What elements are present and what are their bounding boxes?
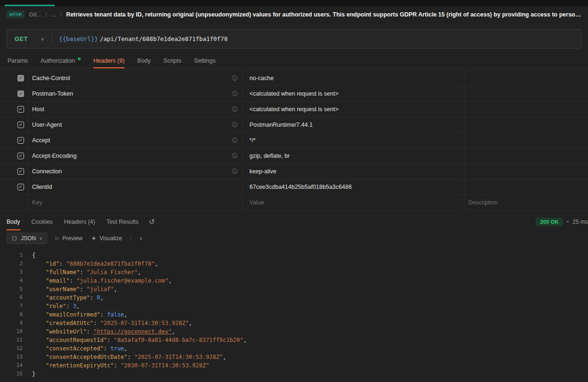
format-label: JSON [21,235,36,242]
json-token: "emailConfirmed" [46,311,100,318]
header-description-cell[interactable] [464,102,588,117]
line-number: 13 [0,353,23,361]
header-description-cell[interactable] [464,148,588,163]
header-value[interactable]: PostmanRuntime/7.44.1 [249,122,313,128]
active-tab-indicator [5,5,55,6]
header-description-cell[interactable] [464,133,588,148]
json-token: { [32,252,35,259]
header-key[interactable]: Accept-Encoding [32,153,77,159]
response-tab-cookies[interactable]: Cookies [32,213,53,230]
header-value-cell: gzip, deflate, br [243,148,464,163]
response-tab-headers-4[interactable]: Headers (4) [64,213,95,230]
header-checkbox[interactable]: ✓ [17,184,24,190]
header-key[interactable]: Postman-Token [32,90,73,97]
json-token: , [76,303,80,309]
json-token [32,294,46,301]
new-header-checkbox-cell [0,195,28,210]
header-value[interactable]: no-cache [249,75,273,81]
breadcrumb-collection[interactable]: Gd... [29,11,41,18]
json-token [32,362,46,369]
visualize-button[interactable]: Visualize [91,235,122,242]
header-value[interactable]: 67cee3cdba414b25b5af018b5a3c6486 [249,184,352,190]
tab-label: Params [8,57,28,64]
breadcrumb-folder[interactable]: ... [51,11,56,18]
header-checkbox[interactable]: ✓ [17,106,24,113]
postman-request-view: HTTP Gd... / ... / Retrieves tenant data… [0,0,588,378]
format-selector[interactable]: {} JSON ∨ [7,233,47,244]
request-url-bar: GET ∨ {{baseUrl}}/api/Tenant/688b7e1dea2… [7,29,581,49]
header-value[interactable]: keep-alive [249,168,276,175]
tab-headers-9[interactable]: Headers (9) [93,54,124,68]
code-line: 9 "createdAtUtc": "2025-07-31T14:30:53.9… [0,319,588,327]
json-token: : [127,354,134,360]
header-key[interactable]: Cache-Control [32,75,70,81]
json-token: : [100,311,107,318]
header-checkbox[interactable]: ✓ [17,90,24,97]
json-token: , [100,294,104,301]
header-checkbox[interactable]: ✓ [17,75,24,81]
header-key[interactable]: Host [32,106,44,113]
header-checkbox[interactable]: ✓ [17,137,24,144]
tab-authorization[interactable]: Authorization [41,54,81,68]
header-row: ✓Hostⓘ<calculated when request is sent> [0,102,588,117]
json-token: "juliaf" [87,286,114,293]
response-tab-test-results[interactable]: Test Results [107,213,139,230]
tab-settings[interactable]: Settings [194,54,215,68]
header-row: ✓User-AgentⓘPostmanRuntime/7.44.1 [0,117,588,133]
header-checkbox-cell: ✓ [0,179,28,195]
line-content: "createdAtUtc": "2025-07-31T14:30:53.928… [23,319,192,327]
header-description-cell[interactable] [464,179,588,195]
json-token: : [90,294,97,301]
header-description-cell[interactable] [464,86,588,101]
history-icon[interactable]: ↺ [149,218,155,226]
json-token [32,277,46,284]
url-input[interactable]: {{baseUrl}}/api/Tenant/688b7e1dea2e871fb… [59,35,228,42]
new-header-key-cell: Key [28,195,243,210]
info-icon: ⓘ [232,121,238,129]
new-header-key-input[interactable]: Key [32,199,42,206]
new-header-description-input[interactable]: Description [468,199,498,206]
chevron-down-icon[interactable]: ∨ [140,236,143,241]
tab-params[interactable]: Params [8,54,28,68]
header-key[interactable]: ClientId [32,184,52,190]
workspace-tab-strip [0,0,588,6]
header-value[interactable]: gzip, deflate, br [249,153,290,159]
header-description-cell[interactable] [464,164,588,179]
braces-icon: {} [11,235,17,241]
line-content: } [23,370,35,378]
json-token [32,354,46,360]
json-token: "retentionExpiryUtc" [46,362,114,369]
header-checkbox[interactable]: ✓ [17,122,24,128]
preview-button[interactable]: ▷ Preview [56,235,83,242]
code-line: 14 "retentionExpiryUtc": "2030-07-31T14:… [0,361,588,370]
json-token: : [104,345,110,352]
header-key[interactable]: Accept [32,137,50,144]
header-key[interactable]: Connection [32,168,62,175]
header-description-cell[interactable] [464,117,588,132]
header-value[interactable]: */* [249,137,256,144]
code-line: 5 "userName": "juliaf", [0,285,588,293]
response-tab-body[interactable]: Body [7,213,20,230]
tab-scripts[interactable]: Scripts [164,54,182,68]
new-header-value-input[interactable]: Value [249,199,264,206]
line-number: 4 [0,276,23,285]
url-base-variable: {{baseUrl}} [59,35,98,42]
response-tabs: BodyCookiesHeaders (4)Test Results [7,213,139,230]
line-number: 8 [0,310,23,319]
tab-body[interactable]: Body [137,54,151,68]
header-checkbox[interactable]: ✓ [17,168,24,175]
json-token: "accountRequestId" [46,337,107,343]
info-icon: ⓘ [232,168,238,176]
method-selector[interactable]: GET ∨ [7,30,52,48]
json-link[interactable]: "https://goconnect.dev" [93,328,172,335]
header-row: ✓Postman-Tokenⓘ<calculated when request … [0,86,588,102]
header-checkbox[interactable]: ✓ [17,153,24,159]
json-token: , [172,328,175,335]
header-value[interactable]: <calculated when request is sent> [249,90,339,97]
json-token: , [124,311,127,318]
header-value[interactable]: <calculated when request is sent> [249,106,339,113]
header-key[interactable]: User-Agent [32,122,62,128]
tab-label: Authorization [41,57,75,64]
header-description-cell[interactable] [464,71,588,86]
json-token: : [69,277,76,284]
